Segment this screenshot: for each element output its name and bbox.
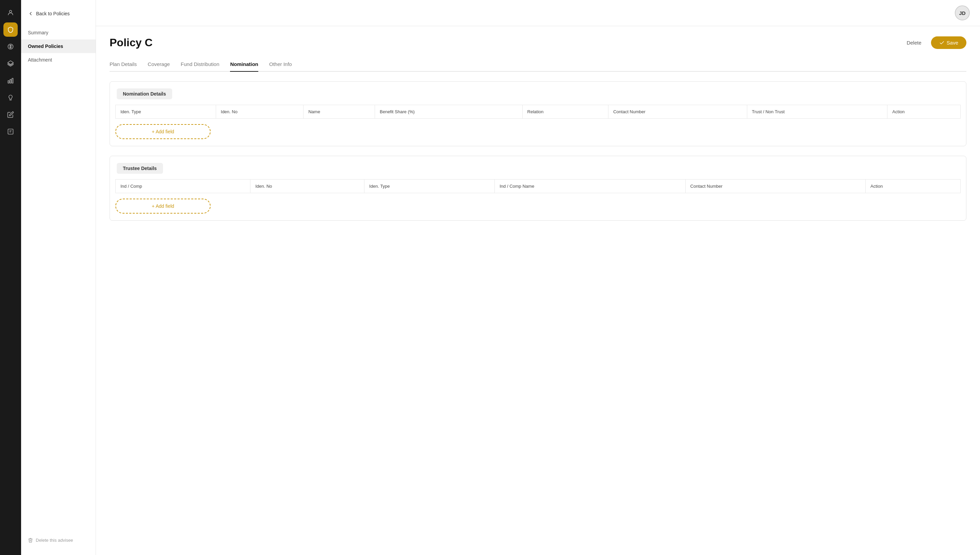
sidebar-icon-bookmark[interactable] (3, 125, 18, 139)
header-actions: Delete Save (903, 36, 966, 49)
trustee-add-field-button[interactable]: + Add field (116, 199, 210, 213)
col-name: Name (304, 105, 375, 119)
nav-item-summary[interactable]: Summary (21, 26, 96, 39)
trustee-add-field-label: + Add field (152, 204, 174, 209)
nomination-table: Iden. Type Iden. No Name Benefit Share (… (116, 105, 961, 119)
sidebar (0, 0, 21, 555)
trustee-section: Trustee Details Ind / Comp Iden. No Iden… (109, 156, 966, 221)
sidebar-icon-dollar[interactable] (3, 39, 18, 54)
tab-coverage[interactable]: Coverage (148, 57, 170, 71)
col-contact-number: Contact Number (609, 105, 747, 119)
col-contact-number-t: Contact Number (685, 180, 865, 193)
col-trust-non-trust: Trust / Non Trust (747, 105, 887, 119)
content-area: Policy C Delete Save Plan Details Covera… (96, 26, 980, 555)
trustee-table-header: Ind / Comp Iden. No Iden. Type Ind / Com… (116, 180, 961, 193)
back-to-policies-link[interactable]: Back to Policies (21, 7, 96, 21)
page-title: Policy C (109, 36, 153, 49)
tabs-bar: Plan Details Coverage Fund Distribution … (109, 57, 966, 72)
save-label: Save (947, 40, 958, 46)
col-action-t: Action (866, 180, 961, 193)
sidebar-icon-chart[interactable] (3, 74, 18, 88)
svg-point-0 (10, 10, 12, 13)
tab-other-info[interactable]: Other Info (269, 57, 292, 71)
col-benefit-share: Benefit Share (%) (375, 105, 523, 119)
left-nav: Back to Policies Summary Owned Policies … (21, 0, 96, 555)
save-button[interactable]: Save (931, 36, 966, 49)
svg-rect-4 (10, 80, 11, 83)
tab-fund-distribution[interactable]: Fund Distribution (181, 57, 219, 71)
sidebar-icon-bulb[interactable] (3, 90, 18, 105)
main-content: JD Policy C Delete Save Plan Details Cov… (96, 0, 980, 555)
sidebar-icon-person[interactable] (3, 5, 18, 20)
col-iden-type: Iden. Type (116, 105, 216, 119)
col-iden-type-t: Iden. Type (365, 180, 495, 193)
nav-item-owned-policies[interactable]: Owned Policies (21, 39, 96, 53)
col-iden-no: Iden. No (216, 105, 303, 119)
sidebar-icon-layers[interactable] (3, 56, 18, 71)
col-ind-comp: Ind / Comp (116, 180, 251, 193)
delete-button[interactable]: Delete (903, 37, 925, 48)
svg-rect-5 (12, 78, 13, 83)
svg-rect-3 (8, 80, 9, 83)
tab-nomination[interactable]: Nomination (230, 57, 258, 71)
tab-plan-details[interactable]: Plan Details (109, 57, 137, 71)
trustee-section-title: Trustee Details (117, 163, 163, 174)
sidebar-icon-shield[interactable] (3, 22, 18, 37)
col-ind-comp-name: Ind / Comp Name (495, 180, 685, 193)
trustee-table: Ind / Comp Iden. No Iden. Type Ind / Com… (116, 179, 961, 193)
col-action: Action (887, 105, 961, 119)
nomination-add-field-label: + Add field (152, 129, 174, 134)
col-relation: Relation (522, 105, 609, 119)
nomination-add-field-button[interactable]: + Add field (116, 124, 210, 139)
nav-item-attachment[interactable]: Attachment (21, 53, 96, 67)
user-avatar: JD (955, 5, 970, 21)
delete-advisee-label: Delete this advisee (36, 537, 73, 543)
col-iden-no-t: Iden. No (251, 180, 365, 193)
back-label: Back to Policies (36, 11, 70, 16)
nomination-table-header: Iden. Type Iden. No Name Benefit Share (… (116, 105, 961, 119)
nomination-section-title: Nomination Details (117, 88, 172, 99)
sidebar-icon-edit[interactable] (3, 107, 18, 122)
delete-advisee-link[interactable]: Delete this advisee (21, 532, 96, 548)
nomination-section: Nomination Details Iden. Type Iden. No N… (109, 81, 966, 146)
page-header: Policy C Delete Save (109, 36, 966, 49)
topbar: JD (96, 0, 980, 26)
